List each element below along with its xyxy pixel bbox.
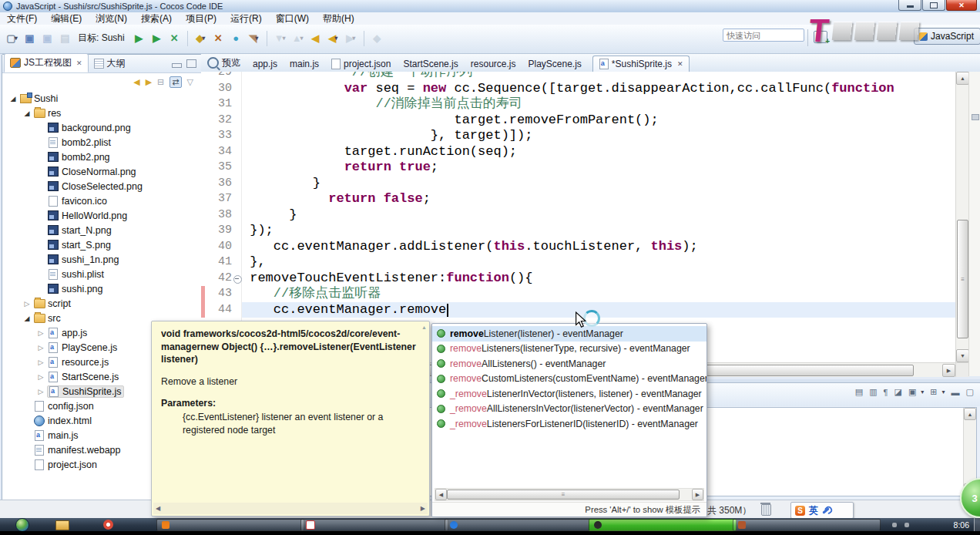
view-tab-outline[interactable]: 大纲: [89, 55, 131, 72]
prev-annotation-button[interactable]: ▲▾: [290, 30, 306, 46]
tree-item-closenormal-png[interactable]: CloseNormal.png: [2, 164, 201, 179]
tree-item-script[interactable]: ▷script: [2, 296, 201, 311]
expand-arrow-icon[interactable]: ▷: [35, 373, 47, 381]
next-annotation-button[interactable]: ▼▾: [272, 30, 288, 46]
wrench-icon[interactable]: [822, 507, 830, 514]
expand-arrow-icon[interactable]: ▷: [35, 358, 47, 366]
display-selected-console-icon[interactable]: ▣: [908, 387, 916, 397]
completion-item-5[interactable]: _removeListenerInVector(listeners, liste…: [432, 386, 706, 402]
collapse-arrow-icon[interactable]: ◢: [21, 315, 33, 322]
back-history-button[interactable]: ◀: [307, 30, 324, 46]
scroll-lock-icon[interactable]: ▥: [869, 387, 877, 397]
menu-item-1[interactable]: 文件(F): [0, 12, 44, 25]
show-desktop-button[interactable]: [974, 518, 980, 531]
perspective-javascript-button[interactable]: JavaScript: [914, 28, 980, 45]
scroll-up-icon[interactable]: ▲: [964, 408, 976, 420]
scroll-down-icon[interactable]: ▼: [956, 349, 969, 362]
word-wrap-icon[interactable]: ¶: [884, 388, 888, 397]
forward-history-button[interactable]: ▶▾: [343, 30, 359, 46]
view-menu-icon[interactable]: ▽: [187, 77, 193, 87]
browser-icon[interactable]: [103, 520, 113, 530]
run-in-browser-button[interactable]: ▶: [149, 30, 165, 46]
tray-icon[interactable]: [904, 523, 909, 527]
maximize-button[interactable]: [922, 0, 945, 11]
tray-icon[interactable]: [892, 523, 897, 527]
debug-button[interactable]: ◆▾: [193, 30, 209, 46]
taskbar-window-2[interactable]: [300, 519, 448, 531]
clear-console-icon[interactable]: ▤: [855, 387, 863, 397]
close-icon[interactable]: ✕: [677, 60, 683, 68]
menu-item-7[interactable]: 窗口(W): [269, 12, 316, 25]
scroll-right-icon[interactable]: ▶: [421, 505, 425, 512]
explorer-icon[interactable]: [55, 520, 69, 530]
tree-item-closeselected-png[interactable]: CloseSelected.png: [2, 179, 201, 193]
editor-tab-main-js[interactable]: main.js: [284, 56, 325, 72]
scroll-left-icon[interactable]: ◀: [435, 489, 447, 500]
taskbar-window-1[interactable]: [156, 519, 304, 531]
start-button[interactable]: [15, 518, 29, 532]
taskbar-window-3[interactable]: [445, 519, 592, 531]
completion-item-7[interactable]: _removeListenersForListenerID(listenerID…: [432, 416, 706, 432]
new-wizard-button[interactable]: ▢▾: [4, 30, 20, 46]
expand-arrow-icon[interactable]: ▷: [35, 388, 47, 395]
collapse-arrow-icon[interactable]: ◢: [7, 95, 19, 103]
editor-vertical-scrollbar[interactable]: ▲ ≡ ▼: [955, 72, 969, 362]
menu-item-4[interactable]: 搜索(A): [134, 12, 179, 25]
tree-item-start-n-png[interactable]: start_N.png: [2, 223, 201, 237]
completion-item-3[interactable]: removeAllListeners() - eventManager: [432, 356, 706, 372]
expand-arrow-icon[interactable]: ▷: [35, 329, 47, 337]
vertical-scroll-thumb[interactable]: ≡: [957, 220, 968, 338]
view-tab-project[interactable]: JS工程视图✕: [4, 53, 89, 72]
doc-horizontal-scrollbar[interactable]: ◀ ▶: [153, 503, 428, 514]
tree-item-favicon-ico[interactable]: favicon.ico: [2, 193, 201, 208]
menu-item-8[interactable]: 帮助(H): [316, 12, 361, 25]
search-button[interactable]: ◥▾: [246, 30, 262, 46]
autocomplete-horizontal-scrollbar[interactable]: ◀ ≡ ▶: [435, 488, 704, 501]
editor-tab--sushisprite-js[interactable]: *SushiSprite.js✕: [592, 56, 690, 72]
horizontal-scroll-thumb[interactable]: ≡: [447, 490, 680, 500]
completion-item-1[interactable]: removeListener(listener) - eventManager: [432, 326, 706, 342]
expand-arrow-icon[interactable]: ▷: [35, 344, 47, 352]
annotation-marker[interactable]: [972, 114, 979, 120]
taskbar-window-5[interactable]: [733, 519, 881, 531]
print-button[interactable]: ▤: [57, 30, 73, 46]
tree-item-res[interactable]: ◢res: [2, 106, 201, 120]
editor-tab-playscene-js[interactable]: PlayScene.js: [522, 56, 587, 72]
tree-item-helloworld-png[interactable]: HelloWorld.png: [2, 208, 201, 223]
view-maximize-icon[interactable]: [186, 59, 196, 68]
expand-arrow-icon[interactable]: ▷: [21, 300, 33, 308]
minimize-button[interactable]: [898, 0, 921, 11]
back-arrow-icon[interactable]: ◀: [133, 77, 139, 87]
completion-item-4[interactable]: removeCustomListeners(customEventName) -…: [432, 372, 706, 387]
tree-item-sushi-1n-png[interactable]: sushi_1n.png: [2, 252, 201, 267]
collapse-arrow-icon[interactable]: ◢: [21, 109, 33, 117]
last-edit-location-button[interactable]: ◆: [369, 30, 385, 46]
tree-item-sushi-plist[interactable]: sushi.plist: [2, 267, 201, 281]
tree-item-bomb2-plist[interactable]: bomb2.plist: [2, 135, 201, 150]
scroll-up-icon[interactable]: ▲: [956, 72, 969, 85]
pin-console-icon[interactable]: ◪: [894, 387, 902, 397]
back-history-drop-button[interactable]: ◀▾: [325, 30, 341, 46]
editor-tab-resource-js[interactable]: resource.js: [465, 56, 522, 72]
close-button[interactable]: ✕: [946, 0, 977, 11]
editor-tab--[interactable]: 预览: [201, 54, 247, 72]
save-button[interactable]: ▣: [22, 30, 38, 46]
input-method-bar[interactable]: S 英: [790, 502, 854, 519]
close-icon[interactable]: ✕: [76, 59, 82, 67]
completion-item-6[interactable]: _removeAllListenersInVector(listenerVect…: [432, 402, 706, 417]
quick-access-input[interactable]: [723, 29, 804, 42]
menu-item-5[interactable]: 项目(P): [179, 12, 223, 25]
scroll-right-icon[interactable]: ▶: [942, 364, 955, 377]
tree-item-sushi[interactable]: ◢Sushi: [2, 91, 201, 106]
collapse-all-icon[interactable]: ⊟: [157, 77, 164, 87]
forward-arrow-icon[interactable]: ▶: [146, 77, 152, 87]
open-perspective-icon[interactable]: [814, 31, 827, 43]
tree-item-sushi-png[interactable]: sushi.png: [2, 281, 201, 296]
completion-item-2[interactable]: removeListeners(listenerType, recursive)…: [432, 342, 706, 357]
menu-item-6[interactable]: 运行(R): [223, 12, 269, 25]
view-minimize-icon[interactable]: [172, 63, 182, 68]
scroll-up-icon[interactable]: ▲: [421, 325, 427, 330]
sogou-ime-icon[interactable]: S: [795, 506, 805, 516]
tree-item-bomb2-png[interactable]: bomb2.png: [2, 150, 201, 164]
editor-tab-app-js[interactable]: app.js: [247, 56, 284, 72]
